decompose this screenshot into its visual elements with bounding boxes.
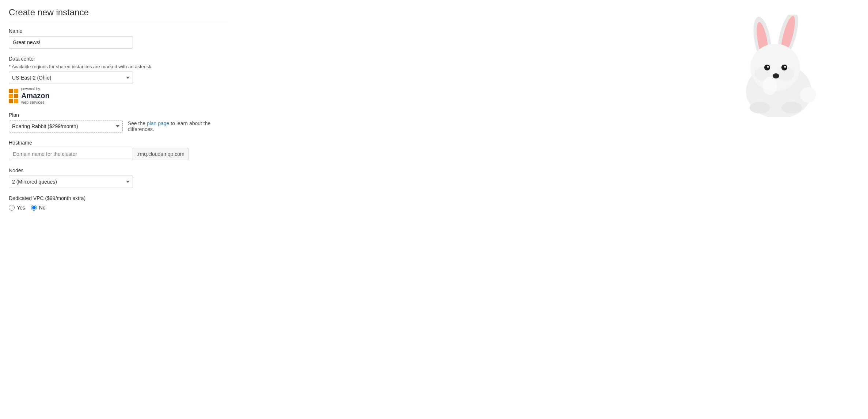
- aws-brand: Amazon: [21, 91, 50, 100]
- vpc-radio-group: Yes No: [9, 205, 228, 211]
- rabbit-svg: [728, 15, 830, 117]
- vpc-no-label[interactable]: No: [39, 205, 46, 211]
- svg-point-13: [750, 102, 770, 114]
- svg-point-9: [767, 66, 769, 68]
- aws-cubes-icon: [9, 89, 18, 103]
- hostname-row: .rmq.cloudamqp.com: [9, 148, 228, 160]
- name-group: Name: [9, 28, 228, 49]
- rabbit-illustration-section: [228, 7, 859, 218]
- plan-label: Plan: [9, 112, 228, 118]
- rabbit-illustration: [728, 15, 830, 117]
- svg-point-10: [781, 65, 787, 70]
- hostname-input[interactable]: [9, 148, 133, 160]
- nodes-select[interactable]: 2 (Mirrored queues): [9, 176, 133, 188]
- svg-point-14: [781, 102, 802, 114]
- datacenter-label: Data center: [9, 56, 228, 62]
- aws-sub: web services: [21, 100, 50, 105]
- aws-powered-by: powered by: [21, 87, 50, 91]
- hostname-group: Hostname .rmq.cloudamqp.com: [9, 140, 228, 160]
- aws-text: powered by Amazon web services: [21, 87, 50, 105]
- aws-logo: powered by Amazon web services: [9, 87, 228, 105]
- vpc-no-option[interactable]: No: [31, 205, 46, 211]
- page-title: Create new instance: [9, 7, 228, 22]
- plan-group: Plan Roaring Rabbit ($299/month) See the…: [9, 112, 228, 132]
- vpc-group: Dedicated VPC ($99/month extra) Yes No: [9, 195, 228, 211]
- plan-row: Roaring Rabbit ($299/month) See the plan…: [9, 120, 228, 132]
- svg-point-11: [784, 66, 786, 68]
- svg-point-12: [773, 73, 779, 78]
- svg-point-8: [764, 65, 770, 70]
- plan-note: See the plan page to learn about the dif…: [128, 120, 228, 132]
- vpc-yes-radio[interactable]: [9, 205, 15, 211]
- hostname-suffix: .rmq.cloudamqp.com: [133, 148, 189, 160]
- datacenter-select[interactable]: US-East-2 (Ohio): [9, 72, 133, 84]
- vpc-yes-option[interactable]: Yes: [9, 205, 25, 211]
- datacenter-group: Data center * Available regions for shar…: [9, 56, 228, 105]
- datacenter-note: * Available regions for shared instances…: [9, 64, 228, 69]
- plan-page-link[interactable]: plan page: [147, 120, 170, 126]
- hostname-label: Hostname: [9, 140, 228, 146]
- svg-point-16: [762, 77, 777, 95]
- nodes-group: Nodes 2 (Mirrored queues): [9, 168, 228, 188]
- vpc-no-radio[interactable]: [31, 205, 37, 211]
- plan-select[interactable]: Roaring Rabbit ($299/month): [9, 120, 123, 132]
- name-label: Name: [9, 28, 228, 34]
- name-input[interactable]: [9, 36, 133, 49]
- svg-point-15: [800, 87, 816, 103]
- vpc-label: Dedicated VPC ($99/month extra): [9, 195, 228, 201]
- nodes-label: Nodes: [9, 168, 228, 173]
- vpc-yes-label[interactable]: Yes: [17, 205, 25, 211]
